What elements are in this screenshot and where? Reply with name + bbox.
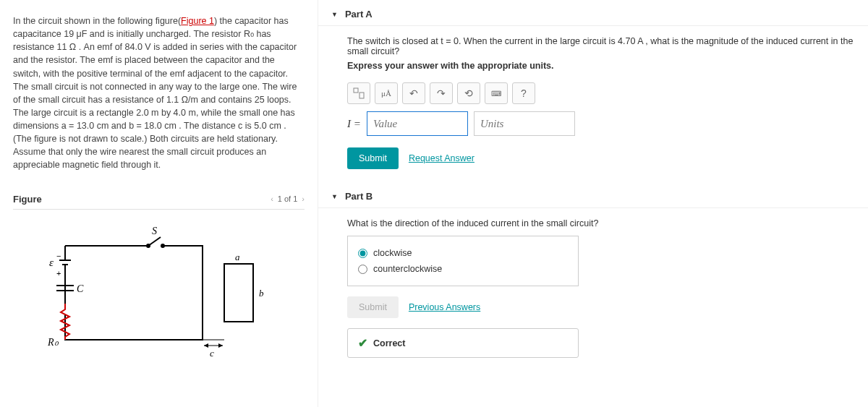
template-icon[interactable] [347,82,370,104]
previous-answers-link[interactable]: Previous Answers [409,302,480,312]
choice-clockwise-label: clockwise [373,248,412,258]
part-b-title: Part B [345,191,373,202]
equation-symbol: I = [347,118,361,130]
circuit-diagram-svg: ε − + C R₀ S [43,224,275,369]
choice-box: clockwise counterclockwise [347,236,579,286]
part-a-buttons: Submit Request Answer [347,147,855,169]
svg-rect-18 [359,93,364,98]
part-b-buttons: Submit Previous Answers [347,296,855,318]
keyboard-icon[interactable]: ⌨ [485,82,508,104]
problem-text-1: In the circuit shown in the following fi… [13,16,181,26]
pager-text: 1 of 1 [278,194,298,203]
svg-marker-14 [204,343,208,348]
prev-figure-icon[interactable]: ‹ [271,194,273,203]
answer-toolbar: μÅ ↶ ↷ ⟲ ⌨ ? [347,82,855,104]
request-answer-link[interactable]: Request Answer [409,153,475,163]
figure-title: Figure [13,194,42,205]
feedback-box: ✔ Correct [347,328,579,358]
part-b-header[interactable]: ▼ Part B [318,182,868,208]
switch-label: S [152,226,157,236]
figure-header: Figure ‹ 1 of 1 › [13,194,305,210]
left-panel: In the circuit shown in the following fi… [0,0,318,407]
collapse-icon: ▼ [331,11,338,18]
svg-marker-15 [218,343,223,348]
svg-point-10 [161,244,165,248]
part-a-question: The switch is closed at t = 0. When the … [347,36,855,56]
svg-rect-16 [224,264,253,322]
reset-icon[interactable]: ⟲ [457,82,480,104]
svg-line-11 [148,237,161,246]
radio-clockwise[interactable] [358,249,367,258]
answer-row: I = [347,111,855,136]
feedback-text: Correct [373,338,405,348]
figure-pager: ‹ 1 of 1 › [271,194,305,203]
radio-ccw[interactable] [358,265,367,274]
res-label: R₀ [47,337,59,348]
part-a-header[interactable]: ▼ Part A [318,0,868,26]
cap-label: C [77,283,84,294]
problem-statement: In the circuit shown in the following fi… [13,14,305,172]
problem-text-2: ) the capacitor has capacitance 19 μF an… [13,16,297,170]
part-a-title: Part A [345,9,373,20]
checkmark-icon: ✔ [358,336,367,350]
figure-link[interactable]: Figure 1 [181,16,214,26]
part-a-instruction: Express your answer with the appropriate… [347,61,855,71]
svg-rect-17 [354,88,358,93]
part-b-question: What is the direction of the induced cur… [347,218,855,228]
a-label: a [235,252,240,262]
submit-button-a[interactable]: Submit [347,147,399,169]
redo-icon[interactable]: ↷ [430,82,453,104]
submit-button-b: Submit [347,296,399,318]
symbols-icon[interactable]: μÅ [375,82,398,104]
value-input[interactable] [367,111,468,136]
choice-clockwise[interactable]: clockwise [358,245,568,261]
part-a-body: The switch is closed at t = 0. When the … [318,26,868,182]
figure-image: ε − + C R₀ S [13,224,305,369]
help-icon[interactable]: ? [512,82,535,104]
collapse-icon: ▼ [331,193,338,200]
choice-ccw-label: counterclockwise [373,264,442,274]
next-figure-icon[interactable]: › [302,194,305,203]
c-label: c [210,348,214,359]
figure-block: Figure ‹ 1 of 1 › ε − + [13,194,305,369]
emf-label: ε [49,257,54,268]
undo-icon[interactable]: ↶ [402,82,425,104]
right-panel: ▼ Part A The switch is closed at t = 0. … [318,0,868,407]
part-b-body: What is the direction of the induced cur… [318,208,868,371]
svg-text:−: − [56,252,61,260]
units-input[interactable] [474,111,575,136]
choice-counterclockwise[interactable]: counterclockwise [358,261,568,277]
svg-text:+: + [56,269,61,278]
b-label: b [259,288,264,299]
